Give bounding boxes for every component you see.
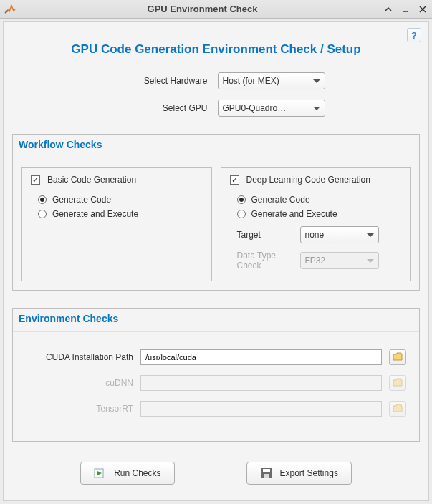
select-hardware-label: Select Hardware bbox=[107, 76, 208, 86]
datatype-value: FP32 bbox=[305, 256, 326, 266]
select-gpu-dropdown[interactable]: GPU0-Quadro… bbox=[218, 100, 325, 117]
basic-generate-execute-radio[interactable] bbox=[38, 210, 47, 218]
select-gpu-row: Select GPU GPU0-Quadro… bbox=[12, 100, 420, 117]
deep-codegen-title: Deep Learning Code Generation bbox=[246, 175, 370, 185]
chevron-down-icon bbox=[367, 259, 374, 263]
folder-icon bbox=[393, 378, 403, 389]
basic-generate-execute-label: Generate and Execute bbox=[52, 209, 138, 219]
cuda-path-row: CUDA Installation Path bbox=[26, 349, 406, 365]
select-hardware-value: Host (for MEX) bbox=[223, 76, 279, 86]
workflow-checks-panel: Workflow Checks Basic Code Generation Ge… bbox=[12, 134, 420, 291]
workflow-checks-title: Workflow Checks bbox=[13, 135, 419, 158]
basic-codegen-checkbox[interactable] bbox=[31, 175, 40, 185]
target-label: Target bbox=[237, 230, 294, 240]
chevron-down-icon bbox=[313, 107, 320, 110]
titlebar: GPU Environment Check bbox=[0, 0, 432, 19]
deep-generate-code-label: Generate Code bbox=[251, 195, 310, 205]
deep-generate-execute-label: Generate and Execute bbox=[251, 209, 337, 219]
svg-rect-3 bbox=[263, 469, 270, 472]
chevron-down-icon bbox=[313, 79, 320, 83]
select-gpu-value: GPU0-Quadro… bbox=[223, 103, 287, 113]
window-title: GPU Environment Check bbox=[21, 4, 383, 14]
export-settings-button[interactable]: Export Settings bbox=[246, 462, 352, 485]
environment-checks-panel: Environment Checks CUDA Installation Pat… bbox=[12, 308, 420, 442]
minimize-icon[interactable] bbox=[400, 4, 411, 14]
chevron-down-icon bbox=[367, 233, 374, 237]
bottom-buttons: Run Checks Export Settings bbox=[12, 462, 420, 485]
cuda-path-label: CUDA Installation Path bbox=[26, 352, 133, 362]
cudnn-browse-button bbox=[389, 375, 406, 391]
tensorrt-row: TensorRT bbox=[26, 401, 406, 417]
basic-generate-code-label: Generate Code bbox=[52, 195, 111, 205]
play-icon bbox=[94, 467, 107, 480]
basic-codegen-title: Basic Code Generation bbox=[47, 175, 136, 185]
cudnn-row: cuDNN bbox=[26, 375, 406, 391]
environment-checks-title: Environment Checks bbox=[13, 309, 419, 332]
select-gpu-label: Select GPU bbox=[107, 103, 208, 113]
caret-up-icon[interactable] bbox=[383, 4, 393, 14]
deep-codegen-checkbox[interactable] bbox=[230, 175, 239, 185]
tensorrt-input bbox=[140, 401, 382, 417]
page-title: GPU Code Generation Environment Check / … bbox=[12, 42, 420, 57]
folder-icon bbox=[393, 404, 403, 415]
deep-codegen-box: Deep Learning Code Generation Generate C… bbox=[221, 167, 411, 281]
folder-icon bbox=[393, 352, 403, 363]
target-value: none bbox=[305, 230, 325, 240]
target-dropdown[interactable]: none bbox=[300, 226, 379, 243]
cuda-path-input[interactable] bbox=[140, 349, 382, 365]
cudnn-input bbox=[140, 375, 382, 391]
datatype-dropdown: FP32 bbox=[300, 252, 379, 269]
datatype-label: Data Type Check bbox=[237, 251, 294, 271]
close-icon[interactable] bbox=[418, 4, 428, 14]
select-hardware-dropdown[interactable]: Host (for MEX) bbox=[218, 72, 325, 89]
select-hardware-row: Select Hardware Host (for MEX) bbox=[12, 72, 420, 89]
help-button[interactable]: ? bbox=[407, 28, 421, 42]
tensorrt-label: TensorRT bbox=[26, 404, 133, 414]
run-checks-button[interactable]: Run Checks bbox=[80, 462, 174, 485]
save-icon bbox=[260, 467, 273, 480]
export-settings-label: Export Settings bbox=[280, 468, 338, 478]
cuda-browse-button[interactable] bbox=[389, 349, 406, 365]
cudnn-label: cuDNN bbox=[26, 378, 133, 388]
basic-generate-code-radio[interactable] bbox=[38, 195, 47, 204]
deep-generate-code-radio[interactable] bbox=[237, 195, 246, 204]
tensorrt-browse-button bbox=[389, 401, 406, 417]
matlab-icon bbox=[4, 4, 16, 15]
run-checks-label: Run Checks bbox=[114, 468, 160, 478]
basic-codegen-box: Basic Code Generation Generate Code Gene… bbox=[21, 167, 212, 281]
deep-generate-execute-radio[interactable] bbox=[237, 210, 246, 218]
svg-rect-4 bbox=[264, 474, 269, 478]
window-body: ? GPU Code Generation Environment Check … bbox=[3, 21, 429, 501]
